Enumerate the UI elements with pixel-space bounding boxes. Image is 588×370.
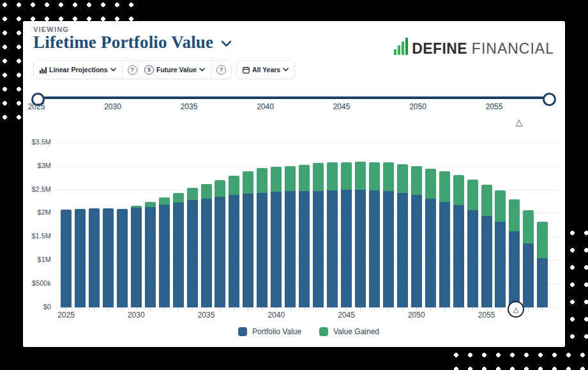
bar-portfolio-value-2027[interactable] (89, 208, 100, 307)
bar-portfolio-value-2059[interactable] (537, 258, 548, 307)
bar-value-gained-2051[interactable] (425, 169, 436, 198)
bar-value-gained-2036[interactable] (215, 180, 225, 197)
bar-portfolio-value-2043[interactable] (313, 191, 324, 307)
bar-value-gained-2050[interactable] (411, 166, 422, 196)
gridline (57, 307, 560, 308)
dot-pattern-top-left (3, 3, 134, 21)
bar-portfolio-value-2041[interactable] (285, 191, 296, 307)
bar-portfolio-value-2037[interactable] (229, 195, 239, 307)
bar-portfolio-value-2054[interactable] (467, 210, 478, 307)
bar-portfolio-value-2051[interactable] (425, 199, 436, 307)
bar-value-gained-2033[interactable] (173, 193, 184, 203)
bar-value-gained-2038[interactable] (243, 171, 253, 194)
bar-value-gained-2040[interactable] (271, 167, 282, 192)
bar-portfolio-value-2048[interactable] (383, 191, 394, 307)
bar-portfolio-value-2057[interactable] (509, 231, 520, 307)
bar-value-gained-2032[interactable] (159, 197, 170, 204)
x-axis-tick-label: 2050 (402, 311, 430, 320)
x-axis-tick (528, 307, 529, 311)
y-axis-tick-label: $3M (23, 162, 51, 169)
bar-portfolio-value-2034[interactable] (187, 200, 198, 307)
x-axis-tick (108, 307, 109, 311)
x-axis-tick (178, 307, 179, 311)
chart-marker-2057[interactable]: △ (508, 301, 524, 318)
bar-value-gained-2058[interactable] (523, 210, 534, 243)
bar-value-gained-2039[interactable] (257, 168, 268, 193)
bar-portfolio-value-2045[interactable] (341, 190, 352, 307)
bar-value-gained-2054[interactable] (467, 180, 478, 210)
bar-portfolio-value-2031[interactable] (145, 207, 156, 307)
bar-portfolio-value-2053[interactable] (453, 205, 464, 307)
gridline (57, 143, 560, 143)
bar-portfolio-value-2039[interactable] (257, 193, 268, 307)
y-axis-tick-label: $2M (23, 208, 51, 216)
bar-portfolio-value-2046[interactable] (355, 190, 366, 307)
x-axis-tick (94, 307, 94, 311)
legend-item: Value Gained (319, 327, 379, 336)
dot-pattern-left-edge (3, 3, 21, 119)
x-axis-tick (164, 307, 165, 311)
bar-portfolio-value-2040[interactable] (271, 192, 282, 307)
x-axis-tick-label: 2035 (192, 311, 220, 320)
bar-portfolio-value-2049[interactable] (397, 193, 408, 307)
bar-value-gained-2041[interactable] (285, 166, 296, 192)
bar-portfolio-value-2035[interactable] (201, 199, 212, 307)
x-axis-tick (234, 307, 234, 311)
bar-value-gained-2042[interactable] (299, 165, 310, 191)
bar-portfolio-value-2036[interactable] (215, 197, 225, 307)
bar-portfolio-value-2042[interactable] (299, 191, 310, 307)
bar-portfolio-value-2050[interactable] (411, 195, 422, 307)
bar-value-gained-2031[interactable] (145, 202, 156, 206)
bar-portfolio-value-2052[interactable] (439, 202, 450, 307)
y-axis-tick-label: $2.5M (23, 185, 51, 193)
bar-portfolio-value-2032[interactable] (159, 204, 170, 307)
x-axis-tick-label: 2055 (472, 311, 501, 320)
bar-value-gained-2049[interactable] (397, 164, 408, 193)
legend-label: Value Gained (333, 327, 379, 336)
bar-value-gained-2034[interactable] (187, 188, 198, 200)
bar-portfolio-value-2038[interactable] (243, 194, 253, 307)
bar-value-gained-2053[interactable] (453, 175, 464, 204)
x-axis-tick (318, 307, 319, 311)
bar-value-gained-2055[interactable] (481, 185, 492, 216)
bar-portfolio-value-2026[interactable] (75, 209, 86, 307)
dot-pattern-right-edge (570, 231, 588, 343)
bar-value-gained-2045[interactable] (341, 162, 352, 190)
bar-portfolio-value-2030[interactable] (131, 208, 142, 307)
legend-swatch-icon (238, 327, 247, 336)
bar-portfolio-value-2055[interactable] (481, 216, 492, 307)
bar-value-gained-2057[interactable] (509, 199, 520, 231)
x-axis-tick-label: 2025 (52, 311, 80, 320)
legend-label: Portfolio Value (252, 327, 301, 336)
x-axis-tick (458, 307, 459, 311)
card: VIEWING Lifetime Portfolio Value DEFINE … (23, 21, 565, 347)
bar-portfolio-value-2058[interactable] (523, 243, 534, 307)
legend-swatch-icon (319, 327, 328, 336)
y-axis-tick-label: $3.5M (23, 138, 51, 146)
bar-value-gained-2030[interactable] (131, 206, 142, 208)
bar-value-gained-2048[interactable] (383, 162, 394, 191)
bar-value-gained-2043[interactable] (313, 163, 324, 191)
bar-portfolio-value-2056[interactable] (495, 222, 506, 307)
dot-pattern-bottom-right (454, 353, 588, 370)
bar-value-gained-2056[interactable] (495, 190, 506, 222)
bar-value-gained-2059[interactable] (537, 222, 548, 258)
bar-value-gained-2044[interactable] (327, 162, 338, 190)
bar-value-gained-2037[interactable] (229, 176, 239, 195)
bar-portfolio-value-2044[interactable] (327, 190, 338, 307)
x-axis-tick (304, 307, 305, 311)
bar-value-gained-2047[interactable] (369, 162, 380, 190)
bar-value-gained-2035[interactable] (201, 184, 212, 199)
bar-value-gained-2046[interactable] (355, 162, 366, 190)
bar-portfolio-value-2025[interactable] (61, 210, 72, 307)
x-axis-tick-label: 2030 (122, 311, 150, 320)
bar-value-gained-2052[interactable] (439, 171, 450, 201)
bar-portfolio-value-2033[interactable] (173, 203, 184, 307)
legend-item: Portfolio Value (238, 327, 301, 336)
bar-portfolio-value-2028[interactable] (103, 208, 114, 307)
y-axis-tick-label: $0 (23, 303, 51, 311)
y-axis-tick-label: $1.5M (23, 232, 51, 240)
bar-portfolio-value-2047[interactable] (369, 190, 380, 307)
bar-portfolio-value-2029[interactable] (117, 209, 128, 307)
x-axis-tick (388, 307, 389, 311)
